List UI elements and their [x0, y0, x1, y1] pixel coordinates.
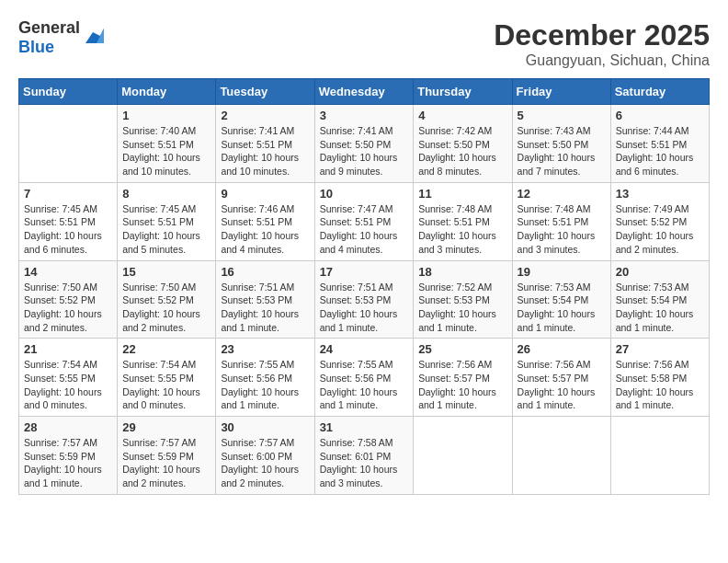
- day-number: 2: [221, 109, 309, 122]
- calendar-cell: 24Sunrise: 7:55 AM Sunset: 5:56 PM Dayli…: [314, 339, 414, 417]
- calendar-cell: 10Sunrise: 7:47 AM Sunset: 5:51 PM Dayli…: [314, 182, 414, 260]
- calendar-cell: 12Sunrise: 7:48 AM Sunset: 5:51 PM Dayli…: [512, 182, 610, 260]
- day-info: Sunrise: 7:55 AM Sunset: 5:56 PM Dayligh…: [221, 358, 309, 412]
- day-info: Sunrise: 7:43 AM Sunset: 5:50 PM Dayligh…: [518, 124, 606, 178]
- calendar-week-row: 7Sunrise: 7:45 AM Sunset: 5:51 PM Daylig…: [19, 182, 710, 260]
- day-info: Sunrise: 7:46 AM Sunset: 5:51 PM Dayligh…: [221, 202, 309, 257]
- calendar-cell: 22Sunrise: 7:54 AM Sunset: 5:55 PM Dayli…: [118, 339, 216, 417]
- day-info: Sunrise: 7:58 AM Sunset: 6:01 PM Dayligh…: [320, 436, 409, 490]
- calendar-cell: 30Sunrise: 7:57 AM Sunset: 6:00 PM Dayli…: [216, 417, 314, 495]
- calendar-cell: 8Sunrise: 7:45 AM Sunset: 5:51 PM Daylig…: [118, 182, 216, 260]
- calendar-cell: 15Sunrise: 7:50 AM Sunset: 5:52 PM Dayli…: [118, 260, 216, 339]
- calendar-cell: 26Sunrise: 7:56 AM Sunset: 5:57 PM Dayli…: [512, 339, 610, 417]
- weekday-header: Sunday: [19, 79, 118, 105]
- day-info: Sunrise: 7:56 AM Sunset: 5:57 PM Dayligh…: [418, 358, 506, 412]
- page-header: General Blue December 2025 Guangyuan, Si…: [18, 18, 710, 69]
- calendar-cell: 2Sunrise: 7:41 AM Sunset: 5:51 PM Daylig…: [216, 105, 314, 183]
- day-info: Sunrise: 7:54 AM Sunset: 5:55 PM Dayligh…: [24, 358, 112, 412]
- day-info: Sunrise: 7:48 AM Sunset: 5:51 PM Dayligh…: [518, 202, 606, 257]
- day-number: 7: [24, 187, 112, 201]
- calendar-week-row: 21Sunrise: 7:54 AM Sunset: 5:55 PM Dayli…: [19, 339, 710, 417]
- calendar-cell: [610, 417, 709, 495]
- calendar-week-row: 28Sunrise: 7:57 AM Sunset: 5:59 PM Dayli…: [19, 417, 710, 495]
- month-title: December 2025: [494, 18, 710, 52]
- calendar-cell: 21Sunrise: 7:54 AM Sunset: 5:55 PM Dayli…: [19, 339, 118, 417]
- day-info: Sunrise: 7:56 AM Sunset: 5:58 PM Dayligh…: [616, 358, 704, 412]
- calendar-cell: 14Sunrise: 7:50 AM Sunset: 5:52 PM Dayli…: [19, 260, 118, 339]
- logo-text: General Blue: [18, 18, 80, 57]
- calendar-cell: 9Sunrise: 7:46 AM Sunset: 5:51 PM Daylig…: [216, 182, 314, 260]
- day-number: 6: [616, 109, 704, 122]
- day-number: 9: [221, 187, 309, 201]
- day-number: 3: [320, 109, 409, 122]
- day-info: Sunrise: 7:48 AM Sunset: 5:51 PM Dayligh…: [418, 202, 506, 257]
- calendar-cell: 29Sunrise: 7:57 AM Sunset: 5:59 PM Dayli…: [118, 417, 216, 495]
- day-info: Sunrise: 7:47 AM Sunset: 5:51 PM Dayligh…: [320, 202, 409, 257]
- day-number: 12: [518, 187, 606, 201]
- day-info: Sunrise: 7:49 AM Sunset: 5:52 PM Dayligh…: [616, 202, 704, 257]
- day-info: Sunrise: 7:40 AM Sunset: 5:51 PM Dayligh…: [122, 124, 210, 178]
- calendar-cell: [19, 105, 118, 183]
- day-info: Sunrise: 7:45 AM Sunset: 5:51 PM Dayligh…: [24, 202, 112, 257]
- day-info: Sunrise: 7:54 AM Sunset: 5:55 PM Dayligh…: [122, 358, 210, 412]
- day-number: 28: [24, 420, 112, 434]
- day-number: 25: [418, 342, 506, 356]
- day-info: Sunrise: 7:41 AM Sunset: 5:50 PM Dayligh…: [320, 124, 409, 178]
- day-number: 15: [122, 265, 210, 279]
- calendar-cell: 18Sunrise: 7:52 AM Sunset: 5:53 PM Dayli…: [414, 260, 512, 339]
- calendar-cell: 4Sunrise: 7:42 AM Sunset: 5:50 PM Daylig…: [414, 105, 512, 183]
- day-number: 5: [518, 109, 606, 122]
- day-number: 23: [221, 342, 309, 356]
- calendar-cell: [512, 417, 610, 495]
- day-number: 18: [418, 265, 506, 279]
- calendar-cell: 16Sunrise: 7:51 AM Sunset: 5:53 PM Dayli…: [216, 260, 314, 339]
- weekday-header: Monday: [118, 79, 216, 105]
- day-number: 8: [122, 187, 210, 201]
- day-number: 26: [518, 342, 606, 356]
- day-number: 10: [320, 187, 409, 201]
- weekday-header: Thursday: [414, 79, 512, 105]
- day-number: 11: [418, 187, 506, 201]
- day-number: 14: [24, 265, 112, 279]
- day-info: Sunrise: 7:44 AM Sunset: 5:51 PM Dayligh…: [616, 124, 704, 178]
- day-info: Sunrise: 7:51 AM Sunset: 5:53 PM Dayligh…: [221, 281, 309, 335]
- calendar-cell: 11Sunrise: 7:48 AM Sunset: 5:51 PM Dayli…: [414, 182, 512, 260]
- day-number: 4: [418, 109, 506, 122]
- day-info: Sunrise: 7:57 AM Sunset: 6:00 PM Dayligh…: [221, 436, 309, 490]
- calendar-cell: 17Sunrise: 7:51 AM Sunset: 5:53 PM Dayli…: [314, 260, 414, 339]
- day-number: 13: [616, 187, 704, 201]
- calendar-week-row: 14Sunrise: 7:50 AM Sunset: 5:52 PM Dayli…: [19, 260, 710, 339]
- day-number: 31: [320, 420, 409, 434]
- calendar-cell: 28Sunrise: 7:57 AM Sunset: 5:59 PM Dayli…: [19, 417, 118, 495]
- day-info: Sunrise: 7:42 AM Sunset: 5:50 PM Dayligh…: [418, 124, 506, 178]
- day-number: 24: [320, 342, 409, 356]
- weekday-header: Tuesday: [216, 79, 314, 105]
- day-info: Sunrise: 7:53 AM Sunset: 5:54 PM Dayligh…: [616, 281, 704, 335]
- calendar-cell: 27Sunrise: 7:56 AM Sunset: 5:58 PM Dayli…: [610, 339, 709, 417]
- day-info: Sunrise: 7:55 AM Sunset: 5:56 PM Dayligh…: [320, 358, 409, 412]
- day-number: 21: [24, 342, 112, 356]
- calendar-cell: 1Sunrise: 7:40 AM Sunset: 5:51 PM Daylig…: [118, 105, 216, 183]
- title-section: December 2025 Guangyuan, Sichuan, China: [494, 18, 710, 69]
- calendar-cell: 13Sunrise: 7:49 AM Sunset: 5:52 PM Dayli…: [610, 182, 709, 260]
- day-info: Sunrise: 7:51 AM Sunset: 5:53 PM Dayligh…: [320, 281, 409, 335]
- day-number: 27: [616, 342, 704, 356]
- calendar-cell: 25Sunrise: 7:56 AM Sunset: 5:57 PM Dayli…: [414, 339, 512, 417]
- day-info: Sunrise: 7:45 AM Sunset: 5:51 PM Dayligh…: [122, 202, 210, 257]
- calendar-cell: 20Sunrise: 7:53 AM Sunset: 5:54 PM Dayli…: [610, 260, 709, 339]
- day-number: 16: [221, 265, 309, 279]
- day-info: Sunrise: 7:57 AM Sunset: 5:59 PM Dayligh…: [24, 436, 112, 490]
- logo: General Blue: [18, 18, 104, 57]
- location-title: Guangyuan, Sichuan, China: [494, 52, 710, 69]
- calendar-week-row: 1Sunrise: 7:40 AM Sunset: 5:51 PM Daylig…: [19, 105, 710, 183]
- day-number: 29: [122, 420, 210, 434]
- calendar-header-row: SundayMondayTuesdayWednesdayThursdayFrid…: [19, 79, 710, 105]
- day-number: 1: [122, 109, 210, 122]
- weekday-header: Friday: [512, 79, 610, 105]
- calendar-cell: 23Sunrise: 7:55 AM Sunset: 5:56 PM Dayli…: [216, 339, 314, 417]
- day-info: Sunrise: 7:52 AM Sunset: 5:53 PM Dayligh…: [418, 281, 506, 335]
- day-number: 20: [616, 265, 704, 279]
- day-info: Sunrise: 7:53 AM Sunset: 5:54 PM Dayligh…: [518, 281, 606, 335]
- calendar-cell: 6Sunrise: 7:44 AM Sunset: 5:51 PM Daylig…: [610, 105, 709, 183]
- weekday-header: Wednesday: [314, 79, 414, 105]
